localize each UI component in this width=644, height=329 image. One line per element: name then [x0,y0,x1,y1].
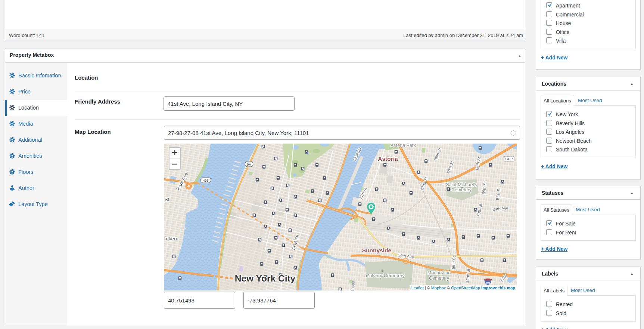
svg-text:Saint Michael's: Saint Michael's [446,182,477,187]
svg-text:9A: 9A [247,163,251,166]
svg-text:Leaflet | © Mapbox © OpenStree: Leaflet | © Mapbox © OpenStreetMap Impro… [411,286,516,290]
svg-text:GCP: GCP [505,157,513,161]
svg-text:Russe: Russe [350,281,355,290]
svg-text:New York City: New York City [235,273,296,283]
svg-text:Cemetery: Cemetery [429,276,449,281]
svg-text:495: 495 [485,281,491,285]
svg-text:Mount Zion: Mount Zion [427,270,451,276]
svg-text:Astoria Park: Astoria Park [391,144,416,148]
svg-text:oken: oken [166,236,177,242]
svg-text:Sunnyside: Sunnyside [362,247,392,253]
svg-text:Calvary Cemetery: Calvary Cemetery [366,273,405,279]
svg-text:Astoria: Astoria [378,156,398,162]
svg-text:Cemetery: Cemetery [451,187,472,193]
svg-text:495: 495 [203,179,208,182]
svg-text:St: St [165,197,169,202]
